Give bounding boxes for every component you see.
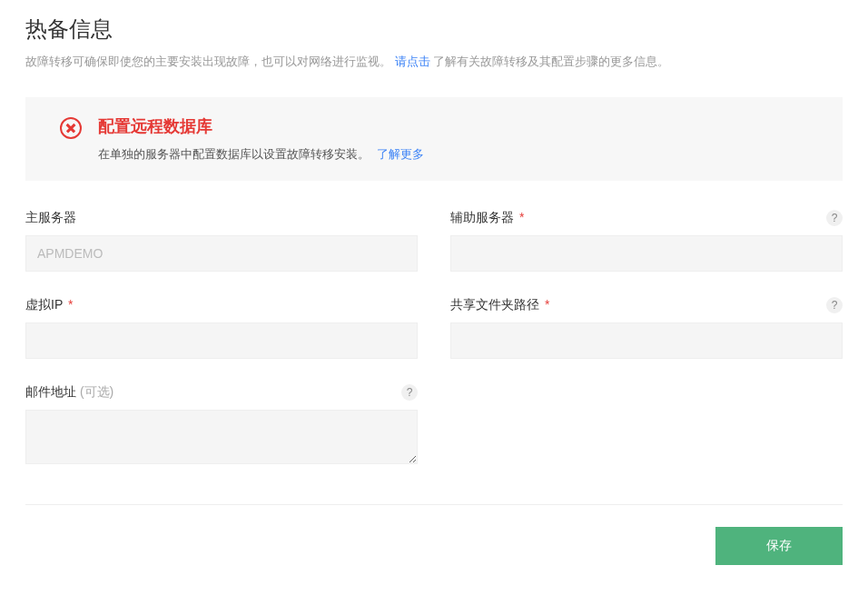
help-icon[interactable]: ? <box>401 384 418 401</box>
primary-server-input[interactable] <box>25 235 418 272</box>
page-description-link[interactable]: 请点击 <box>395 55 430 68</box>
required-marker: * <box>545 297 549 312</box>
email-label: 邮件地址 (可选) <box>25 384 418 401</box>
error-icon <box>60 117 82 139</box>
primary-server-field: 主服务器 <box>25 210 418 272</box>
page-description-prefix: 故障转移可确保即使您的主要安装出现故障，也可以对网络进行监视。 <box>25 55 391 68</box>
virtual-ip-label: 虚拟IP * <box>25 297 418 313</box>
save-button[interactable]: 保存 <box>715 527 843 565</box>
shared-folder-field: ? 共享文件夹路径 * <box>450 297 843 359</box>
secondary-server-field: ? 辅助服务器 * <box>450 210 843 272</box>
email-input[interactable] <box>25 410 418 464</box>
email-optional-hint: (可选) <box>80 384 113 399</box>
virtual-ip-field: 虚拟IP * <box>25 297 418 359</box>
actions-bar: 保存 <box>25 527 843 565</box>
page-description-suffix: 了解有关故障转移及其配置步骤的更多信息。 <box>430 55 670 68</box>
page-description: 故障转移可确保即使您的主要安装出现故障，也可以对网络进行监视。 请点击 了解有关… <box>25 53 843 72</box>
shared-folder-label: 共享文件夹路径 * <box>450 297 843 313</box>
alert-description-text: 在单独的服务器中配置数据库以设置故障转移安装。 <box>98 147 370 161</box>
secondary-server-label: 辅助服务器 * <box>450 210 843 226</box>
secondary-server-label-text: 辅助服务器 <box>450 210 514 224</box>
alert-description: 在单独的服务器中配置数据库以设置故障转移安装。 了解更多 <box>98 146 824 163</box>
alert-learn-more-link[interactable]: 了解更多 <box>377 147 424 161</box>
shared-folder-input[interactable] <box>450 322 843 359</box>
email-field: ? 邮件地址 (可选) <box>25 384 418 468</box>
divider <box>25 504 843 505</box>
page-title: 热备信息 <box>25 15 843 44</box>
primary-server-label: 主服务器 <box>25 210 418 226</box>
required-marker: * <box>68 297 73 312</box>
alert-box: 配置远程数据库 在单独的服务器中配置数据库以设置故障转移安装。 了解更多 <box>25 97 843 181</box>
virtual-ip-input[interactable] <box>25 322 418 359</box>
help-icon[interactable]: ? <box>826 297 843 313</box>
help-icon[interactable]: ? <box>826 210 843 226</box>
alert-title: 配置远程数据库 <box>98 115 824 137</box>
shared-folder-label-text: 共享文件夹路径 <box>450 297 539 312</box>
required-marker: * <box>519 210 524 224</box>
email-label-text: 邮件地址 <box>25 384 76 399</box>
secondary-server-input[interactable] <box>450 235 843 272</box>
form-grid: 主服务器 ? 辅助服务器 * 虚拟IP * ? 共享文件夹路径 * <box>25 210 843 468</box>
virtual-ip-label-text: 虚拟IP <box>25 297 63 312</box>
